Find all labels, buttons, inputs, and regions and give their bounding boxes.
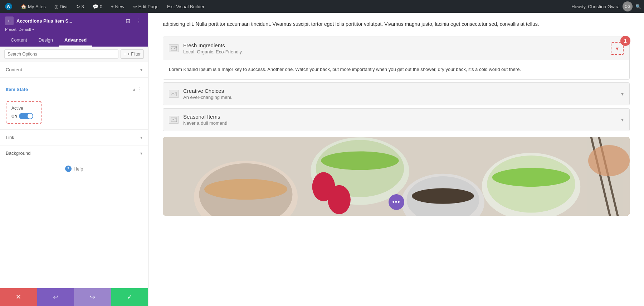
wp-logo-icon: W [5,3,12,10]
search-icon[interactable]: 🔍 [635,4,641,9]
section-link-label: Link [6,135,14,140]
section-background-label: Background [6,150,30,156]
purple-dots-button[interactable]: ••• [389,194,404,210]
undo-button[interactable]: ↩ [37,288,74,306]
accordion-subtitle-1: Local. Organic. Eco-Friendly. [183,49,606,54]
section-background[interactable]: Background ▾ [0,145,148,161]
panel-title: Accordions Plus Item S... [16,18,121,24]
section-link[interactable]: Link ▾ [0,130,148,145]
redo-button[interactable]: ↪ [74,288,111,306]
accordion-title-3: Seasonal Items [183,114,617,120]
comments-bubble-nav[interactable]: 💬 0 [91,3,104,11]
exit-builder-nav[interactable]: Exit Visual Builder [165,3,207,11]
help-row: ? Help [0,161,148,176]
panel-menu-button[interactable]: ⋮ [135,17,143,25]
panel-back-button[interactable]: ← [5,16,14,25]
save-button[interactable]: ✓ [111,288,148,306]
comment-icon: 💬 [93,4,98,9]
svg-point-19 [321,152,399,170]
howdy-label: Howdy, Christina Gwira [571,4,620,9]
filter-button[interactable]: + + Filter [121,49,144,59]
svg-point-12 [175,118,176,119]
accordion-title-2: Creative Choices [183,88,617,94]
accordion-header-3[interactable]: Seasonal Items Never a dull moment! ▾ [163,109,629,131]
filter-icon: + [124,52,126,57]
svg-line-1 [171,48,173,49]
section-background-chevron: ▾ [140,151,142,156]
section-content-chevron: ▾ [140,67,142,72]
accordion-item-2: Creative Choices An ever-changing menu ▾ [163,82,630,105]
nav-right-area: Howdy, Christina Gwira CG 🔍 [571,1,641,11]
panel-preset: Preset: Default ▾ [5,27,143,32]
food-image-section: ••• [163,137,630,216]
help-icon: ? [65,166,72,172]
new-nav[interactable]: + New [109,3,127,11]
section-item-state-actions: ▴ ⋮ [133,86,142,92]
accordion-item-wrapper-1: Fresh Ingredients Local. Organic. Eco-Fr… [163,37,630,80]
toggle-thumb [28,114,33,119]
comments-count-nav[interactable]: ↻ 3 [74,3,86,11]
active-label: Active [11,106,36,111]
sites-icon: 🏠 [21,4,26,9]
panel-tabs: Content Design Advanced [5,34,143,47]
panel-body: Content ▾ Item State ▴ ⋮ Active ON [0,62,148,288]
accordion-body-1: Lorem Khaled Ipsum is a major key to suc… [163,60,629,79]
svg-line-10 [171,119,173,120]
cancel-icon: ✕ [16,293,21,301]
avatar: CG [623,1,633,11]
tab-design[interactable]: Design [33,34,59,47]
accordion-header-2[interactable]: Creative Choices An ever-changing menu ▾ [163,83,629,105]
accordion-subtitle-3: Never a dull moment! [183,120,617,126]
accordion-item-3: Seasonal Items Never a dull moment! ▾ [163,108,630,131]
main-layout: ← Accordions Plus Item S... ⊞ ⋮ Preset: … [0,13,644,306]
divi-nav[interactable]: ◎ Divi [52,3,70,11]
dots-icon: ••• [392,199,400,206]
edit-page-nav[interactable]: ✏ Edit Page [131,3,161,11]
tab-content[interactable]: Content [5,34,33,47]
panel-search-area: + + Filter [0,47,148,62]
search-input[interactable] [4,49,118,59]
panel-footer: ✕ ↩ ↪ ✓ [0,288,148,306]
top-nav-bar: W 🏠 My Sites ◎ Divi ↻ 3 💬 0 + New ✏ Edit… [0,0,644,13]
right-content: adipiscing elit. Nulla porttitor accumsa… [148,13,644,306]
section-content-label: Content [6,67,22,72]
refresh-icon: ↻ [76,4,80,9]
accordion-image-icon-2 [169,90,179,98]
svg-point-27 [328,185,351,214]
accordion-item-1: Fresh Ingredients Local. Organic. Eco-Fr… [163,37,630,80]
section-link-chevron: ▾ [140,135,142,140]
svg-point-22 [412,188,474,204]
divi-icon: ◎ [54,4,58,9]
svg-line-2 [173,48,175,49]
panel-resize-button[interactable]: ⊞ [124,17,132,25]
accordion-chevron-3: ▾ [621,117,624,123]
svg-point-25 [492,168,570,187]
intro-text: adipiscing elit. Nulla porttitor accumsa… [163,20,630,28]
svg-point-30 [588,145,630,176]
wp-logo-button[interactable]: W [3,1,14,11]
toggle-on-text: ON [11,114,18,118]
toggle-track[interactable] [19,113,33,119]
accordion-subtitle-2: An ever-changing menu [183,95,617,100]
help-label[interactable]: Help [74,166,83,172]
toggle-switch[interactable]: ON [11,113,36,119]
section-content[interactable]: Content ▾ [0,62,148,78]
panel-header: ← Accordions Plus Item S... ⊞ ⋮ Preset: … [0,13,148,47]
undo-icon: ↩ [53,293,58,301]
item-state-section: Active ON [0,98,148,130]
accordion-chevron-1: ▾ [616,45,619,52]
item-state-chevron[interactable]: ▴ [133,87,135,92]
svg-line-7 [173,93,175,94]
svg-point-8 [175,92,176,94]
accordion-header-1[interactable]: Fresh Ingredients Local. Organic. Eco-Fr… [163,37,629,60]
accordion-image-icon-1 [169,44,179,52]
item-state-dots[interactable]: ⋮ [137,86,142,92]
accordion-title-group-3: Seasonal Items Never a dull moment! [183,114,617,126]
save-icon: ✓ [127,293,132,301]
cancel-button[interactable]: ✕ [0,288,37,306]
section-item-state-label: Item State [6,87,28,92]
accordion-title-group-2: Creative Choices An ever-changing menu [183,88,617,100]
tab-advanced[interactable]: Advanced [59,34,92,47]
accordion-title-1: Fresh Ingredients [183,42,606,48]
my-sites-nav[interactable]: 🏠 My Sites [19,3,48,11]
